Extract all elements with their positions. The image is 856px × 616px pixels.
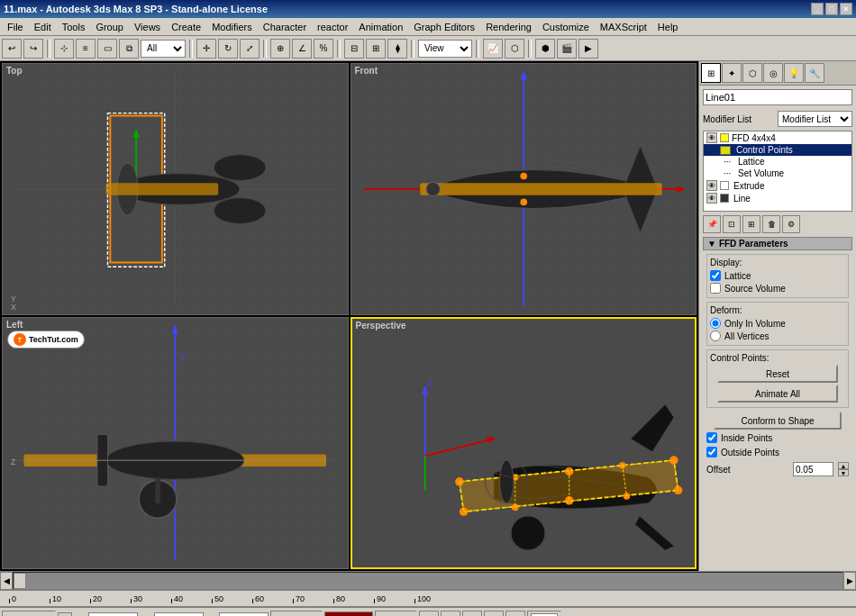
only-in-volume-radio[interactable] xyxy=(710,318,721,329)
offset-spinbox-arrows[interactable]: ▲ ▼ xyxy=(838,462,849,476)
frame-number-input[interactable] xyxy=(531,613,558,617)
menu-tools[interactable]: Tools xyxy=(57,20,91,34)
modifier-stack[interactable]: 👁 FFD 4x4x4 Control Points ··· Lattice ·… xyxy=(703,131,852,212)
schematic-button[interactable]: ⬡ xyxy=(505,39,524,59)
snap-3d-button[interactable]: ⊕ xyxy=(270,39,290,59)
timeline-scroll-right[interactable]: ▶ xyxy=(843,572,856,590)
lattice-checkbox[interactable] xyxy=(710,270,721,281)
z-input[interactable] xyxy=(219,612,269,617)
redo-button[interactable]: ↪ xyxy=(23,39,43,59)
material-editor-button[interactable]: ⬢ xyxy=(535,39,555,59)
timeline-thumb[interactable] xyxy=(14,573,26,589)
menu-file[interactable]: File xyxy=(2,20,29,34)
next-frame-button[interactable]: ⏭ xyxy=(505,611,525,617)
layer-button[interactable]: ⧫ xyxy=(387,39,407,59)
mirror-button[interactable]: ⊟ xyxy=(344,39,364,59)
hierarchy-tab[interactable]: ⬡ xyxy=(742,63,762,83)
modifier-ffd[interactable]: 👁 FFD 4x4x4 xyxy=(704,131,851,144)
configure-button[interactable]: ⚙ xyxy=(782,215,800,233)
select-button[interactable]: ⊹ xyxy=(54,39,74,59)
rotate-button[interactable]: ↻ xyxy=(218,39,238,59)
offset-down-arrow[interactable]: ▼ xyxy=(838,469,849,476)
minimize-button[interactable]: _ xyxy=(811,3,824,15)
play-button[interactable]: ▶ xyxy=(462,611,482,617)
render-setup-button[interactable]: 🎬 xyxy=(557,39,577,59)
modifier-extrude[interactable]: 👁 Extrude xyxy=(704,179,851,192)
menu-rendering[interactable]: Rendering xyxy=(480,20,537,34)
view-dropdown[interactable]: View xyxy=(418,40,472,58)
modifier-list-dropdown[interactable]: Modifier List xyxy=(778,111,852,127)
timeline-scroll-left[interactable]: ◀ xyxy=(0,572,13,590)
front-viewport-svg xyxy=(351,64,697,314)
modifier-line[interactable]: 👁 Line xyxy=(704,192,851,204)
render-button[interactable]: ▶ xyxy=(578,39,598,59)
make-unique-button[interactable]: ⊞ xyxy=(742,215,760,233)
modifier-extrude-eye[interactable]: 👁 xyxy=(706,180,717,191)
display-tab[interactable]: 💡 xyxy=(784,63,804,83)
remove-modifier-button[interactable]: 🗑 xyxy=(762,215,780,233)
close-button[interactable]: × xyxy=(840,3,852,15)
scale-button[interactable]: ⤢ xyxy=(240,39,260,59)
inside-points-checkbox[interactable] xyxy=(706,432,717,443)
perspective-viewport[interactable]: Perspective Z xyxy=(351,317,697,569)
auto-key-button[interactable]: Auto Key xyxy=(324,611,374,617)
create-tab[interactable]: ✦ xyxy=(722,63,742,83)
select-region-button[interactable]: ▭ xyxy=(97,39,117,59)
undo-button[interactable]: ↩ xyxy=(2,39,22,59)
top-viewport[interactable]: Top xyxy=(2,63,349,315)
menu-edit[interactable]: Edit xyxy=(29,20,57,34)
curve-editor-button[interactable]: 📈 xyxy=(483,39,503,59)
pin-stack-button[interactable]: 📌 xyxy=(703,215,721,233)
next-key-button[interactable]: ▶ xyxy=(484,611,504,617)
menu-maxscript[interactable]: MAXScript xyxy=(595,20,652,34)
time-mark-100: 100 xyxy=(414,594,455,603)
reset-button[interactable]: Reset xyxy=(717,365,838,383)
source-volume-checkbox[interactable] xyxy=(710,283,721,294)
offset-input[interactable] xyxy=(793,462,833,476)
prev-key-button[interactable]: ◀ xyxy=(441,611,460,617)
move-button[interactable]: ✛ xyxy=(196,39,216,59)
menu-graph-editors[interactable]: Graph Editors xyxy=(408,20,480,34)
filter-dropdown[interactable]: All xyxy=(141,40,186,58)
lock-selection-button[interactable]: 🔒 xyxy=(58,612,72,617)
outside-points-checkbox[interactable] xyxy=(706,447,717,457)
menu-views[interactable]: Views xyxy=(129,20,166,34)
angle-snap-button[interactable]: ∠ xyxy=(292,39,312,59)
object-name-input[interactable] xyxy=(703,89,852,105)
modifier-line-eye[interactable]: 👁 xyxy=(706,193,717,204)
modifier-lattice[interactable]: ··· Lattice xyxy=(704,156,851,168)
modifier-set-volume[interactable]: ··· Set Volume xyxy=(704,168,851,179)
menu-group[interactable]: Group xyxy=(90,20,129,34)
animate-all-button[interactable]: Animate All xyxy=(717,385,838,403)
menu-customize[interactable]: Customize xyxy=(537,20,595,34)
menu-animation[interactable]: Animation xyxy=(353,20,408,34)
crossing-button[interactable]: ⧉ xyxy=(119,39,139,59)
motion-tab[interactable]: ◎ xyxy=(763,63,783,83)
ffd-parameters-header[interactable]: ▼ FFD Parameters xyxy=(703,237,852,250)
utilities-tab[interactable]: 🔧 xyxy=(805,63,824,83)
conform-to-shape-button[interactable]: Conform to Shape xyxy=(714,412,842,430)
x-input[interactable] xyxy=(88,612,138,617)
left-viewport[interactable]: Left T TechTut.com Y xyxy=(2,317,349,569)
offset-up-arrow[interactable]: ▲ xyxy=(838,462,849,469)
y-input[interactable] xyxy=(154,612,204,617)
timeline-track[interactable] xyxy=(13,572,843,590)
modify-tab[interactable]: ⊞ xyxy=(701,63,721,83)
time-mark-60: 60 xyxy=(252,594,293,603)
modifier-eye-icon[interactable]: 👁 xyxy=(706,132,717,143)
menu-character[interactable]: Character xyxy=(258,20,312,34)
maximize-button[interactable]: □ xyxy=(825,3,838,15)
modifier-control-points[interactable]: Control Points xyxy=(704,144,851,156)
prev-frame-button[interactable]: ⏮ xyxy=(419,611,439,617)
menu-create[interactable]: Create xyxy=(166,20,206,34)
window-controls[interactable]: _ □ × xyxy=(811,3,852,15)
align-button[interactable]: ⊞ xyxy=(366,39,386,59)
menu-reactor[interactable]: reactor xyxy=(312,20,353,34)
menu-modifiers[interactable]: Modifiers xyxy=(206,20,258,34)
menu-help[interactable]: Help xyxy=(652,20,684,34)
all-vertices-radio[interactable] xyxy=(710,331,721,341)
select-by-name-button[interactable]: ≡ xyxy=(76,39,96,59)
show-end-result-button[interactable]: ⊡ xyxy=(723,215,741,233)
front-viewport[interactable]: Front xyxy=(351,63,697,315)
percent-snap-button[interactable]: % xyxy=(314,39,333,59)
